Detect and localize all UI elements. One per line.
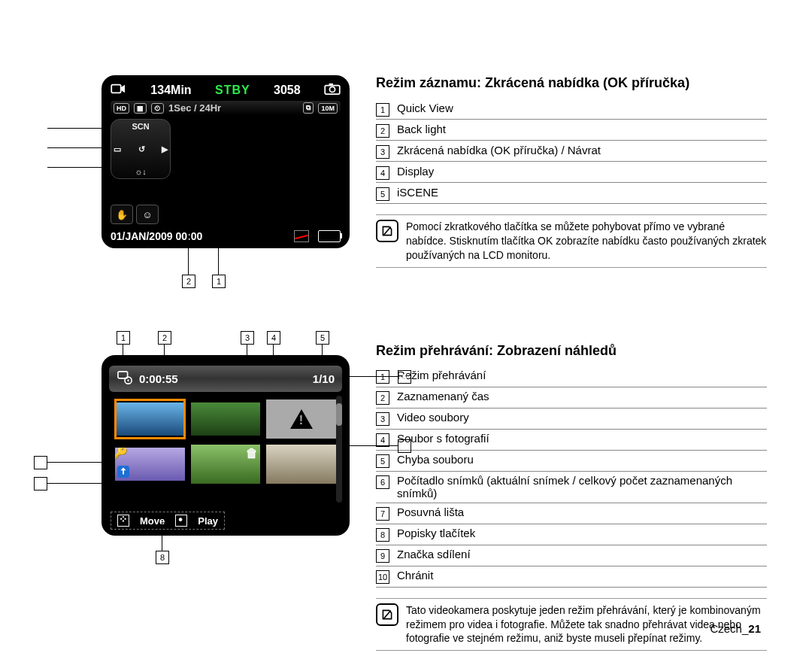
resolution-10m-badge: 10M [318, 103, 338, 114]
lcd2-bottom-callouts: 8 [102, 536, 353, 566]
warning-icon [290, 409, 313, 429]
quality-badge: ▦ [134, 103, 147, 114]
lcd-record-screen: 134Min STBY 3058 HD ▦ ⏲ 1Sec / 24Hr ⧉ 10… [102, 75, 350, 248]
callout-line-3: 3 [47, 167, 102, 168]
list-item: 4Display [376, 162, 767, 183]
pad-down-icon: ☼↓ [135, 167, 147, 176]
play-guide-icon [175, 515, 187, 527]
callout-num-p4: 4 [267, 331, 280, 345]
list-item: 5Chyba souboru [376, 451, 767, 472]
footer-page: 21 [748, 622, 761, 635]
thumbnail-5[interactable]: 🗑 [191, 445, 261, 484]
lcd2-top-callouts: 1 2 3 4 5 [102, 331, 353, 355]
elapsed-time: 0:00:55 [139, 372, 178, 385]
list-item: 1Quick View [376, 99, 767, 120]
note-icon [376, 220, 398, 242]
section1-list: 1Quick View 2Back light 3Zkrácená nabídk… [376, 99, 767, 204]
photos-remaining: 3058 [274, 84, 301, 97]
status-stby: STBY [215, 84, 250, 97]
camcorder-icon [111, 83, 127, 98]
thumbnail-error[interactable] [266, 399, 336, 439]
frame-counter: 1/10 [313, 372, 335, 385]
face-detect-icon: ☺ [136, 205, 159, 224]
callout-line-4: 4 [47, 147, 102, 148]
left-column: 134Min STBY 3058 HD ▦ ⏲ 1Sec / 24Hr ⧉ 10… [45, 75, 353, 651]
button-guide: Move Play [111, 512, 225, 530]
callout-num-p9: 9 [34, 477, 47, 491]
list-item: 6Počítadlo snímků (aktuální snímek / cel… [376, 472, 767, 503]
minutes-remaining: 134Min [150, 84, 191, 97]
callout-num-2: 2 [182, 275, 195, 288]
callout-num-p6: 6 [398, 370, 411, 384]
anti-shake-icon: ✋ [111, 205, 133, 224]
pad-up-icon: SCN [132, 122, 149, 131]
list-item: 7Posuvná lišta [376, 503, 767, 524]
callout-num-p5: 5 [316, 331, 329, 345]
svg-rect-0 [111, 85, 120, 93]
pad-ok-icon: ↺ [138, 144, 145, 154]
section2-heading: Režim přehrávání: Zobrazení náhledů [376, 343, 767, 359]
callout-num-p3: 3 [241, 331, 254, 345]
protect-icon: 🔑 [115, 445, 128, 460]
list-item: 4Soubor s fotografií [376, 430, 767, 451]
move-guide-icon [117, 515, 129, 527]
lcd1-bottom: 01/JAN/2009 00:00 [102, 226, 350, 248]
pad-left-icon: ▭ [114, 144, 121, 154]
section2-list: 1Režim přehrávání 2Zaznamenaný čas 3Vide… [376, 366, 767, 588]
trash-icon: 🗑 [246, 447, 258, 460]
callout-num-p1: 1 [117, 331, 130, 345]
list-item: 1Režim přehrávání [376, 366, 767, 387]
footer-lang: Czech [710, 622, 742, 635]
size-badge-1: ⧉ [303, 102, 314, 114]
playback-mode-icon [117, 370, 133, 387]
thumbnail-4[interactable]: 🔑 [115, 445, 185, 484]
list-item: 8Popisky tlačítek [376, 524, 767, 545]
scrollbar[interactable] [336, 396, 342, 503]
thumbnail-grid: 🔑 🗑 [111, 396, 341, 484]
ok-shortcut-pad: SCN ▭ ↺ ▶ ☼↓ [111, 119, 171, 179]
list-item: 3Video soubory [376, 409, 767, 430]
page-footer: Czech_21 [710, 622, 761, 635]
section1-note: Pomocí zkratkového tlačítka se můžete po… [376, 214, 767, 268]
callout-num-p10: 10 [34, 456, 47, 469]
list-item: 2Back light [376, 120, 767, 141]
section1-heading: Režim záznamu: Zkrácená nabídka (OK přír… [376, 75, 767, 91]
hd-badge: HD [114, 103, 129, 114]
list-item: 9Značka sdílení [376, 545, 767, 566]
list-item: 5iSCENE [376, 183, 767, 204]
battery-icon [318, 230, 341, 242]
thumbnail-1[interactable] [115, 399, 185, 439]
right-column: Režim záznamu: Zkrácená nabídka (OK přír… [376, 75, 767, 651]
pad-right-icon: ▶ [162, 144, 168, 154]
card-icon [294, 230, 309, 242]
lcd1-bottom-callouts: 2 1 [102, 248, 353, 286]
share-icon [117, 465, 130, 481]
list-item: 3Zkrácená nabídka (OK příručka) / Návrat [376, 141, 767, 162]
callout-num-p8: 8 [156, 551, 169, 564]
callout-num-p2: 2 [158, 331, 171, 345]
play-label: Play [198, 515, 218, 527]
thumbnail-6[interactable] [266, 445, 336, 484]
lcd1-row2: HD ▦ ⏲ 1Sec / 24Hr ⧉ 10M [111, 101, 341, 115]
callout-line-p8 [162, 522, 162, 551]
lcd-playback-screen: 0:00:55 1/10 🔑 [102, 355, 350, 536]
manual-page: 134Min STBY 3058 HD ▦ ⏲ 1Sec / 24Hr ⧉ 10… [0, 0, 812, 653]
camera-icon [324, 83, 341, 98]
lcd1-status-icons: ✋ ☺ [111, 205, 159, 224]
callout-line-p9 [47, 483, 102, 484]
lcd2-wrapper: 1 2 3 4 5 0:00:55 [45, 331, 353, 566]
note-icon [376, 603, 398, 626]
lcd1-topbar: 134Min STBY 3058 [111, 83, 341, 98]
scrollbar-knob[interactable] [336, 403, 342, 426]
thumbnail-2[interactable] [191, 399, 261, 439]
callout-num-1: 1 [212, 275, 226, 288]
svg-point-2 [329, 87, 335, 92]
section2: Režim přehrávání: Zobrazení náhledů 1Rež… [376, 343, 767, 651]
lcd2-topbar: 0:00:55 1/10 [109, 366, 342, 392]
interval-text: 1Sec / 24Hr [168, 102, 221, 114]
callout-line-2 [188, 166, 189, 275]
callout-line-p6 [350, 376, 398, 377]
note-text: Pomocí zkratkového tlačítka se můžete po… [406, 220, 767, 263]
section2-note: Tato videokamera poskytuje jeden režim p… [376, 598, 767, 651]
timer-badge: ⏲ [151, 103, 164, 114]
